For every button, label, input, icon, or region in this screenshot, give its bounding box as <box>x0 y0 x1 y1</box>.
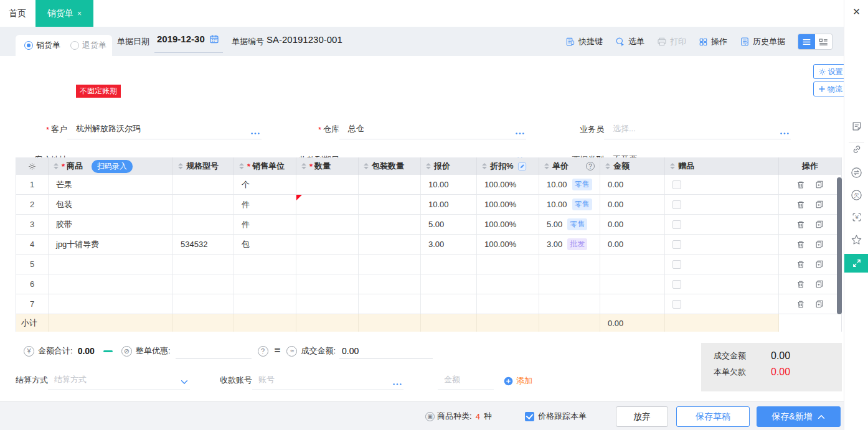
sort-carets-icon[interactable] <box>670 163 675 169</box>
cell-discount[interactable]: 100.00% <box>477 195 539 214</box>
cell-spec[interactable] <box>173 274 234 294</box>
cell-quantity[interactable] <box>296 175 359 194</box>
scan-entry-badge[interactable]: 扫码录入 <box>92 160 133 173</box>
cell-discount[interactable] <box>477 274 539 294</box>
delete-row-icon[interactable] <box>796 260 805 269</box>
cell-amount[interactable]: 0.00 <box>600 235 665 254</box>
copy-row-icon[interactable] <box>815 260 824 269</box>
delete-row-icon[interactable] <box>796 180 805 189</box>
help-circle-icon[interactable]: ? <box>258 346 268 357</box>
account-more-icon[interactable] <box>392 382 402 386</box>
cell-discount[interactable]: 100.00% <box>477 215 539 234</box>
cell-unit[interactable] <box>234 274 296 294</box>
cell-quantity[interactable] <box>296 215 359 234</box>
cell-amount[interactable] <box>600 255 665 274</box>
cell-quantity[interactable] <box>296 294 359 314</box>
add-payment-button[interactable]: 添加 <box>504 375 532 390</box>
cell-amount[interactable]: 0.00 <box>600 175 665 194</box>
cell-spec[interactable]: 534532 <box>173 235 234 254</box>
sort-carets-icon[interactable] <box>301 163 306 169</box>
warehouse-input[interactable]: 总仓 <box>339 123 526 139</box>
cell-spec[interactable] <box>173 195 234 214</box>
column-header-10[interactable]: 赠品 <box>665 157 779 175</box>
cell-pack-quantity[interactable] <box>359 235 421 254</box>
table-scrollbar[interactable] <box>837 177 842 314</box>
cell-quote[interactable]: 5.00 <box>421 215 477 234</box>
sort-carets-icon[interactable] <box>239 163 244 169</box>
cell-quote[interactable] <box>421 274 477 294</box>
sort-carets-icon[interactable] <box>482 163 487 169</box>
cell-spec[interactable] <box>173 294 234 314</box>
salesman-more-icon[interactable] <box>780 131 790 136</box>
tab-close-icon[interactable]: × <box>77 9 82 18</box>
cell-quote[interactable]: 10.00 <box>421 195 477 214</box>
sort-carets-icon[interactable] <box>544 163 549 169</box>
cell-quantity[interactable] <box>296 274 359 294</box>
receive-account-input[interactable]: 账号 <box>252 374 403 390</box>
note-icon[interactable] <box>844 121 868 132</box>
delete-row-icon[interactable] <box>796 220 805 229</box>
cell-discount[interactable] <box>477 255 539 274</box>
copy-row-icon[interactable] <box>815 240 824 249</box>
cell-pack-quantity[interactable] <box>359 255 421 274</box>
sort-carets-icon[interactable] <box>178 163 183 169</box>
price-type-tag[interactable]: 零售 <box>572 179 592 190</box>
cell-product[interactable]: jpg十辅导费 <box>49 235 173 254</box>
cell-product[interactable] <box>49 255 173 274</box>
copy-row-icon[interactable] <box>815 180 824 189</box>
toolbar-gridsq-button[interactable]: 操作 <box>699 36 727 47</box>
customer-input[interactable]: 杭州解放路沃尔玛 <box>67 123 262 139</box>
cell-unit[interactable] <box>234 255 296 274</box>
payment-amount-input[interactable]: 金额 <box>438 374 494 390</box>
cell-unit[interactable]: 个 <box>234 175 296 194</box>
radio-return-order[interactable]: 退货单 <box>70 40 106 51</box>
tab-home[interactable]: 首页 <box>9 0 26 27</box>
cell-amount[interactable] <box>600 274 665 294</box>
cell-unit-price[interactable] <box>539 294 600 314</box>
cell-unit[interactable]: 件 <box>234 215 296 234</box>
copy-row-icon[interactable] <box>815 280 824 289</box>
cell-product[interactable] <box>49 274 173 294</box>
cell-quote[interactable] <box>421 294 477 314</box>
cell-spec[interactable] <box>173 175 234 194</box>
cell-unit-price[interactable] <box>539 255 600 274</box>
delete-row-icon[interactable] <box>796 300 805 309</box>
cell-quantity[interactable] <box>296 235 359 254</box>
expand-icon[interactable] <box>844 254 868 273</box>
toolbar-pick-button[interactable]: 选单 <box>615 36 644 47</box>
save-draft-button[interactable]: 保存草稿 <box>676 406 750 427</box>
settle-method-select[interactable]: 结算方式 <box>48 374 190 390</box>
cell-unit[interactable]: 包 <box>234 235 296 254</box>
save-and-new-button[interactable]: 保存&新增 <box>757 406 841 427</box>
sort-carets-icon[interactable] <box>426 163 431 169</box>
delete-row-icon[interactable] <box>796 200 805 209</box>
cell-unit-price[interactable]: 10.00零售 <box>539 195 600 214</box>
price-type-tag[interactable]: 批发 <box>567 238 587 250</box>
cell-quote[interactable] <box>421 255 477 274</box>
cell-pack-quantity[interactable] <box>359 175 421 194</box>
column-header-9[interactable]: 金额 <box>600 157 665 175</box>
price-track-checkbox[interactable]: 价格跟踪本单 <box>525 411 587 422</box>
cell-pack-quantity[interactable] <box>359 294 421 314</box>
radio-sales-order[interactable]: 销货单 <box>24 40 60 51</box>
gift-checkbox[interactable] <box>672 200 681 209</box>
cell-quantity[interactable] <box>296 195 359 214</box>
column-header-5[interactable]: 包装数量 <box>359 157 421 175</box>
gift-checkbox[interactable] <box>672 300 681 309</box>
cell-unit[interactable]: 件 <box>234 195 296 214</box>
delete-row-icon[interactable] <box>796 240 805 249</box>
column-header-2[interactable]: 规格型号 <box>173 157 234 175</box>
cell-quote[interactable]: 10.00 <box>421 175 477 194</box>
exchange-icon[interactable] <box>844 167 868 179</box>
gift-checkbox[interactable] <box>672 220 681 229</box>
delete-row-icon[interactable] <box>796 280 805 289</box>
column-header-7[interactable]: 折扣% <box>477 157 539 175</box>
sidebar-close-icon[interactable]: ✕ <box>844 6 868 17</box>
cell-amount[interactable] <box>600 294 665 314</box>
cell-amount[interactable]: 0.00 <box>600 195 665 214</box>
yen-bracket-icon[interactable]: ¥ <box>844 212 868 223</box>
logistics-button[interactable]: 物流 <box>813 82 847 96</box>
view-toggle-listview[interactable] <box>798 34 815 49</box>
deal-amount-input[interactable]: 0.00 <box>339 343 433 359</box>
gift-checkbox[interactable] <box>672 260 681 269</box>
